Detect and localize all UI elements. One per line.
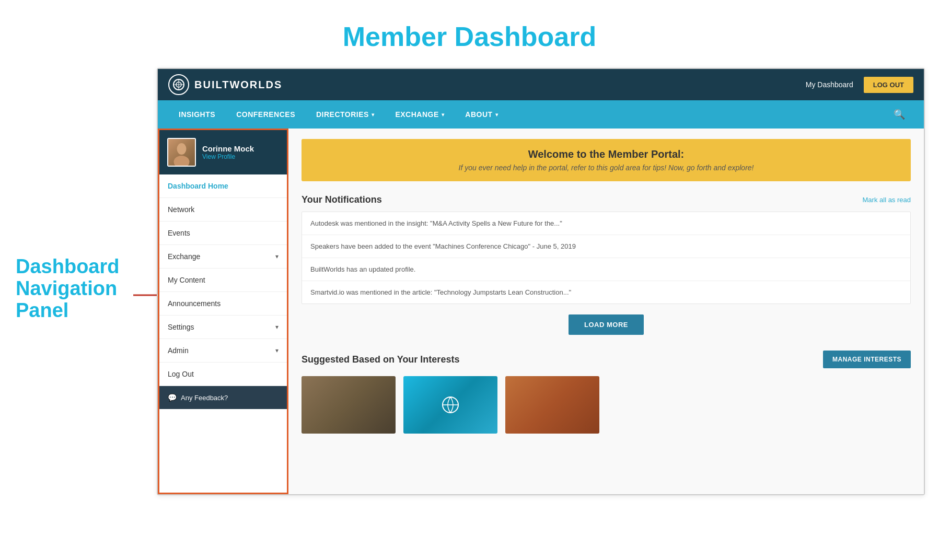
welcome-banner: Welcome to the Member Portal: If you eve… [302, 139, 911, 181]
feedback-label: Any Feedback? [181, 394, 228, 402]
chevron-down-icon: ▾ [275, 253, 279, 260]
suggested-section: Suggested Based on Your Interests MANAGE… [302, 351, 911, 434]
sidebar-link-network[interactable]: Network [159, 198, 287, 221]
sidebar-nav-item-network: Network [159, 198, 287, 221]
nav-item-exchange[interactable]: EXCHANGE ▾ [385, 102, 455, 127]
suggested-header: Suggested Based on Your Interests MANAGE… [302, 351, 911, 368]
notification-item: Autodesk was mentioned in the insight: "… [302, 212, 910, 235]
welcome-subtitle: If you ever need help in the portal, ref… [315, 164, 898, 172]
suggested-title: Suggested Based on Your Interests [302, 354, 459, 365]
manage-interests-button[interactable]: MANAGE INTERESTS [823, 351, 911, 368]
svg-point-6 [177, 143, 187, 155]
search-icon[interactable]: 🔍 [885, 100, 913, 129]
notifications-header: Your Notifications Mark all as read [302, 194, 911, 205]
card-image-2 [403, 376, 497, 434]
chat-icon: 💬 [168, 393, 177, 402]
sidebar-link-logout[interactable]: Log Out [159, 363, 287, 386]
notification-item: Smartvid.io was mentioned in the article… [302, 281, 910, 304]
builtworlds-logo-icon [168, 74, 189, 95]
sidebar-nav-item-announcements: Announcements [159, 292, 287, 316]
sidebar-nav-item-settings: Settings ▾ [159, 316, 287, 339]
nav-items: INSIGHTS CONFERENCES DIRECTORIES ▾ EXCHA… [168, 102, 508, 127]
logo-text: BUILTWORLDS [194, 79, 282, 91]
main-nav-teal: INSIGHTS CONFERENCES DIRECTORIES ▾ EXCHA… [158, 100, 924, 129]
welcome-title: Welcome to the Member Portal: [315, 148, 898, 160]
sidebar-link-exchange[interactable]: Exchange ▾ [159, 245, 287, 268]
avatar [167, 138, 196, 167]
svg-point-7 [174, 156, 190, 166]
sidebar-link-admin[interactable]: Admin ▾ [159, 339, 287, 362]
chevron-down-icon: ▾ [495, 112, 499, 118]
sidebar-nav: Dashboard Home Network Events Exchange [159, 174, 287, 386]
sidebar-link-my-content[interactable]: My Content [159, 269, 287, 291]
suggested-cards [302, 376, 911, 434]
nav-item-insights[interactable]: INSIGHTS [168, 102, 226, 127]
notification-item: Speakers have been added to the event "M… [302, 235, 910, 258]
nav-item-directories[interactable]: DIRECTORIES ▾ [306, 102, 385, 127]
mark-all-read-link[interactable]: Mark all as read [863, 196, 911, 204]
profile-name: Corinne Mock [202, 144, 279, 153]
chevron-down-icon: ▾ [275, 347, 279, 354]
sidebar-nav-item-logout: Log Out [159, 363, 287, 386]
chevron-down-icon: ▾ [275, 323, 279, 331]
notifications-list: Autodesk was mentioned in the insight: "… [302, 212, 911, 304]
nav-item-conferences[interactable]: CONFERENCES [226, 102, 306, 127]
sidebar-nav-item-events: Events [159, 221, 287, 245]
load-more-area: LOAD MORE [302, 314, 911, 335]
nav-item-about[interactable]: ABOUT ▾ [455, 102, 508, 127]
card-image-1 [302, 376, 396, 434]
sidebar-link-settings[interactable]: Settings ▾ [159, 316, 287, 339]
sidebar: Corinne Mock View Profile Dashboard Home… [158, 129, 288, 494]
sidebar-nav-item-dashboard-home: Dashboard Home [159, 174, 287, 198]
sidebar-nav-item-exchange: Exchange ▾ [159, 245, 287, 269]
annotation-text: DashboardNavigationPanel [16, 256, 131, 321]
sidebar-link-events[interactable]: Events [159, 221, 287, 244]
notifications-title: Your Notifications [302, 194, 382, 205]
top-nav-right: My Dashboard LOG OUT [806, 77, 913, 93]
chevron-down-icon: ▾ [372, 112, 375, 118]
load-more-button[interactable]: LOAD MORE [569, 314, 644, 335]
view-profile-link[interactable]: View Profile [202, 153, 279, 160]
logout-button[interactable]: LOG OUT [864, 77, 913, 93]
profile-info: Corinne Mock View Profile [202, 144, 279, 160]
dashboard-navigation-panel-annotation: DashboardNavigationPanel [16, 256, 131, 321]
logo-area: BUILTWORLDS [168, 74, 282, 95]
feedback-bar[interactable]: 💬 Any Feedback? [159, 386, 287, 409]
notification-item: BuiltWorlds has an updated profile. [302, 258, 910, 281]
main-content: Welcome to the Member Portal: If you eve… [288, 129, 924, 494]
suggested-card-1[interactable] [302, 376, 396, 434]
sidebar-nav-item-admin: Admin ▾ [159, 339, 287, 363]
chevron-down-icon: ▾ [442, 112, 445, 118]
page-title: Member Dashboard [0, 21, 939, 52]
top-nav-dark: BUILTWORLDS My Dashboard LOG OUT [158, 69, 924, 100]
browser-frame: BUILTWORLDS My Dashboard LOG OUT INSIGHT… [157, 68, 925, 495]
suggested-card-3[interactable] [505, 376, 599, 434]
sidebar-link-dashboard-home[interactable]: Dashboard Home [159, 174, 287, 197]
sidebar-profile: Corinne Mock View Profile [159, 130, 287, 174]
sidebar-link-announcements[interactable]: Announcements [159, 292, 287, 315]
my-dashboard-link[interactable]: My Dashboard [806, 80, 853, 89]
card-image-3 [505, 376, 599, 434]
suggested-card-2[interactable] [403, 376, 497, 434]
content-area: Corinne Mock View Profile Dashboard Home… [158, 129, 924, 494]
sidebar-nav-item-my-content: My Content [159, 269, 287, 292]
